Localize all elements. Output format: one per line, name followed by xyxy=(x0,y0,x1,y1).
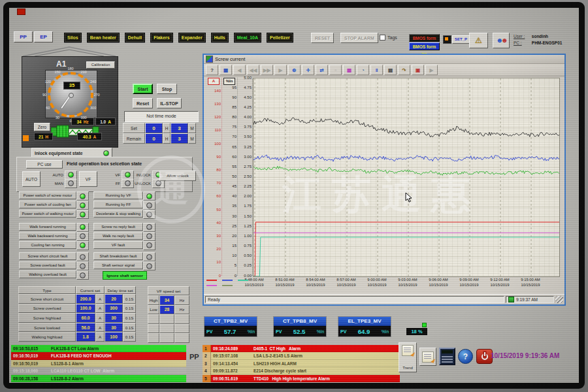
gauge-hub xyxy=(69,93,74,98)
system-datetime: 10/15/2019 9:19:36 AM xyxy=(491,352,559,359)
pv-unit: %In xyxy=(317,329,324,334)
power-icon xyxy=(482,353,488,360)
pv-label: PV xyxy=(206,329,212,334)
gauge-readout: 35 xyxy=(63,82,80,90)
dial-scale-150: 150 xyxy=(54,70,60,74)
percent-unit: % xyxy=(418,329,423,335)
pv-label: PV xyxy=(340,329,346,334)
pv-value: 52.5 xyxy=(283,328,315,335)
report-note-icon xyxy=(422,351,434,363)
pv-layer: CT_TPB2_MVPV57.7%InCT_TPB8_MVPV52.5%InEL… xyxy=(9,8,579,383)
pv-panel-el_tpe3_mv[interactable]: EL_TPE3_MVPV64.9%In xyxy=(338,316,391,337)
pv-value: 57.7 xyxy=(214,328,246,335)
keypad-keys-icon xyxy=(442,355,453,363)
screen: PP EP SilosBean heaterDehullFlakersExpan… xyxy=(9,8,579,383)
pv-title: CT_TPB2_MV xyxy=(204,317,257,326)
dial-scale-30: 30 xyxy=(56,116,59,120)
dial-scale-90: 90 xyxy=(42,93,46,97)
monitor: PP EP SilosBean heaterDehullFlakersExpan… xyxy=(0,0,588,392)
dial-scale-60: 60 xyxy=(46,106,50,110)
pv-panel-ct_tpb2_mv[interactable]: CT_TPB2_MVPV57.7%In xyxy=(204,316,257,337)
pv-title: CT_TPB8_MV xyxy=(274,317,326,326)
percent-display: 18 % xyxy=(406,328,427,335)
dial-scale-0: 0 xyxy=(69,119,71,123)
help-button[interactable]: ? xyxy=(458,349,473,364)
trend-note-icon xyxy=(402,345,414,356)
dial-scale-120: 120 xyxy=(45,80,51,84)
percent-value: 18 xyxy=(411,329,416,335)
pv-panel-ct_tpb8_mv[interactable]: CT_TPB8_MVPV52.5%In xyxy=(273,316,327,337)
report-button[interactable] xyxy=(419,348,436,366)
dial-scale-210: 210 xyxy=(80,70,86,74)
dial-scale-240: 240 xyxy=(90,80,96,84)
trend-button-label: Trend xyxy=(402,366,412,370)
pv-value: 64.9 xyxy=(348,328,380,335)
pv-value-row: PV57.7%In xyxy=(204,326,257,336)
pv-unit: %In xyxy=(382,329,389,334)
pv-unit: %In xyxy=(248,329,255,334)
pv-label: PV xyxy=(276,329,282,334)
pv-value-row: PV64.9%In xyxy=(338,326,391,336)
dial-scale-300: 300 xyxy=(90,106,96,110)
trend-button[interactable]: Trend xyxy=(399,342,417,372)
percent-indicator-led xyxy=(422,323,427,327)
pv-title: EL_TPE3_MV xyxy=(338,317,391,326)
keypad-button[interactable] xyxy=(439,348,455,365)
dial-scale-330: 330 xyxy=(80,116,86,120)
keypad-display xyxy=(442,350,453,353)
dial-scale-270: 270 xyxy=(93,93,99,97)
pv-value-row: PV52.5%In xyxy=(274,326,326,336)
dial-scale-180: 180 xyxy=(67,67,73,71)
